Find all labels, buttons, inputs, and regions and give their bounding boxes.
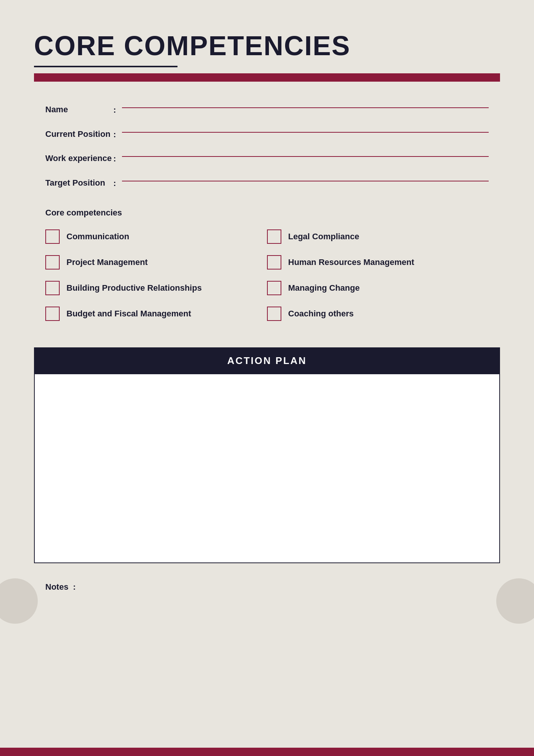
form-line[interactable] xyxy=(122,181,489,181)
notes-label: Notes xyxy=(45,582,68,592)
competency-label: Human Resources Management xyxy=(288,257,414,267)
form-row: Current Position: xyxy=(45,129,489,140)
competencies-section: Core competencies CommunicationProject M… xyxy=(34,207,500,332)
competency-label: Communication xyxy=(66,232,129,242)
form-line[interactable] xyxy=(122,132,489,133)
form-line[interactable] xyxy=(122,156,489,157)
form-colon: : xyxy=(113,154,116,164)
competency-checkbox[interactable] xyxy=(45,255,60,270)
form-row: Name: xyxy=(45,104,489,115)
competencies-right-column: Legal ComplianceHuman Resources Manageme… xyxy=(267,229,489,332)
competency-item: Legal Compliance xyxy=(267,229,489,244)
competency-checkbox[interactable] xyxy=(45,281,60,295)
competency-checkbox[interactable] xyxy=(267,255,281,270)
notes-section: Notes : xyxy=(34,582,500,592)
decorative-circle-right xyxy=(496,578,534,624)
form-label: Target Position xyxy=(45,178,113,189)
competency-item: Budget and Fiscal Management xyxy=(45,307,267,321)
crimson-bar-bottom xyxy=(0,748,534,756)
competency-checkbox[interactable] xyxy=(267,307,281,321)
competency-label: Managing Change xyxy=(288,283,360,293)
competency-checkbox[interactable] xyxy=(267,281,281,295)
form-label: Name xyxy=(45,104,113,115)
action-plan-header: ACTION PLAN xyxy=(34,347,500,374)
competencies-left-column: CommunicationProject ManagementBuilding … xyxy=(45,229,267,332)
competencies-label: Core competencies xyxy=(45,207,489,219)
crimson-bar-top xyxy=(34,73,500,82)
competency-item: Managing Change xyxy=(267,281,489,295)
form-section: Name:Current Position:Work experience:Ta… xyxy=(34,104,500,188)
competency-checkbox[interactable] xyxy=(45,307,60,321)
competency-item: Coaching others xyxy=(267,307,489,321)
competency-item: Human Resources Management xyxy=(267,255,489,270)
form-colon: : xyxy=(113,178,116,188)
action-plan-box[interactable] xyxy=(34,374,500,563)
form-label: Work experience xyxy=(45,153,113,164)
competency-checkbox[interactable] xyxy=(267,229,281,244)
competency-label: Coaching others xyxy=(288,309,354,319)
competency-item: Communication xyxy=(45,229,267,244)
page-title: CORE COMPETENCIES xyxy=(34,30,500,61)
title-underline xyxy=(34,66,177,67)
form-row: Work experience: xyxy=(45,153,489,164)
competency-label: Legal Compliance xyxy=(288,232,359,242)
decorative-circle-left xyxy=(0,578,38,624)
competency-checkbox[interactable] xyxy=(45,229,60,244)
competency-label: Project Management xyxy=(66,257,148,267)
notes-colon: : xyxy=(73,582,76,592)
form-colon: : xyxy=(113,105,116,115)
competency-label: Budget and Fiscal Management xyxy=(66,309,191,319)
action-plan-section: ACTION PLAN xyxy=(34,347,500,563)
competencies-grid: CommunicationProject ManagementBuilding … xyxy=(45,229,489,332)
form-label: Current Position xyxy=(45,129,113,140)
form-line[interactable] xyxy=(122,107,489,108)
action-plan-title: ACTION PLAN xyxy=(227,355,307,366)
competency-item: Building Productive Relationships xyxy=(45,281,267,295)
form-colon: : xyxy=(113,130,116,139)
page: CORE COMPETENCIES Name:Current Position:… xyxy=(0,0,534,756)
notes-row: Notes : xyxy=(45,582,489,592)
form-row: Target Position: xyxy=(45,178,489,189)
competency-label: Building Productive Relationships xyxy=(66,283,202,293)
competency-item: Project Management xyxy=(45,255,267,270)
